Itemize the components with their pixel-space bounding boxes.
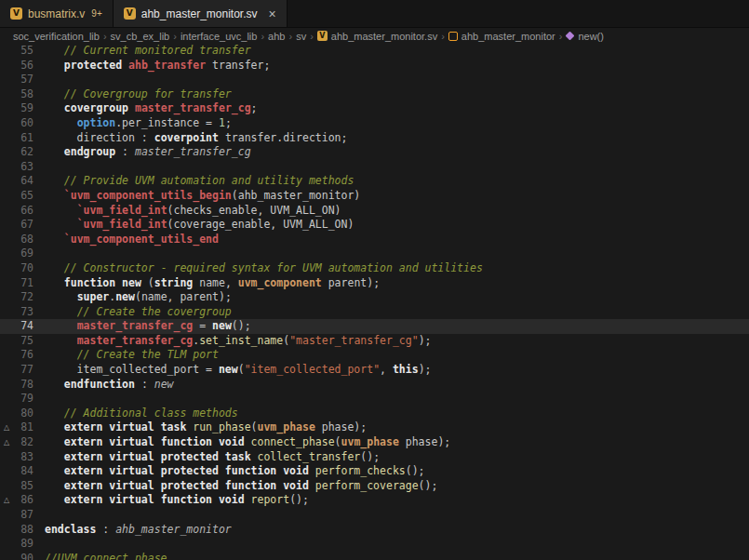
code-line-87[interactable]: 87 [0, 508, 749, 523]
glyph-margin[interactable] [0, 59, 13, 73]
glyph-margin[interactable] [0, 87, 13, 102]
line-number[interactable]: 69 [13, 247, 33, 261]
line-number[interactable]: 63 [13, 160, 33, 175]
code-line-90[interactable]: 90//UVM connect_phase [0, 552, 749, 560]
code-line-63[interactable]: 63 [0, 160, 749, 175]
glyph-margin[interactable] [0, 233, 13, 247]
line-number[interactable]: 90 [13, 552, 33, 560]
code-line-64[interactable]: 64 // Provide UVM automation and utility… [0, 174, 749, 189]
glyph-margin[interactable] [0, 363, 13, 378]
glyph-margin[interactable] [0, 204, 13, 219]
breadcrumb-item-sv[interactable]: sv [296, 31, 306, 42]
line-number[interactable]: 62 [13, 145, 33, 160]
glyph-margin[interactable] [0, 334, 13, 349]
code-line-71[interactable]: 71 function new (string name, uvm_compon… [0, 276, 749, 291]
glyph-margin[interactable] [0, 464, 13, 479]
line-number[interactable]: 74 [13, 319, 33, 334]
glyph-margin[interactable] [0, 290, 13, 305]
line-number[interactable]: 61 [13, 131, 33, 146]
code-line-56[interactable]: 56 protected ahb_transfer transfer; [0, 59, 749, 73]
breadcrumb-item-soc-verification-lib[interactable]: soc_verification_lib [13, 31, 100, 42]
code-line-82[interactable]: △82 extern virtual function void connect… [0, 435, 749, 450]
breadcrumb-item-file[interactable]: V ahb_master_monitor.sv [317, 31, 437, 42]
line-number[interactable]: 76 [13, 348, 33, 363]
line-number[interactable]: 66 [13, 204, 33, 219]
code-line-83[interactable]: 83 extern virtual protected task collect… [0, 450, 749, 465]
code-line-73[interactable]: 73 // Create the covergroup [0, 305, 749, 320]
glyph-margin[interactable] [0, 44, 13, 59]
glyph-margin[interactable] [0, 73, 13, 87]
glyph-margin[interactable] [0, 508, 13, 523]
breadcrumb-item-ahb[interactable]: ahb [268, 31, 285, 42]
glyph-margin[interactable] [0, 552, 13, 560]
breadcrumb-item-method[interactable]: new() [566, 31, 604, 42]
glyph-margin[interactable] [0, 145, 13, 160]
line-number[interactable]: 60 [13, 116, 33, 131]
code-line-62[interactable]: 62 endgroup : master_transfer_cg [0, 145, 749, 160]
code-line-86[interactable]: △86 extern virtual function void report(… [0, 493, 749, 508]
breadcrumb-item-sv-cb-ex-lib[interactable]: sv_cb_ex_lib [111, 31, 170, 42]
code-line-85[interactable]: 85 extern virtual protected function voi… [0, 479, 749, 494]
code-line-67[interactable]: 67 `uvm_field_int(coverage_enable, UVM_A… [0, 218, 749, 233]
line-number[interactable]: 88 [13, 523, 33, 538]
line-number[interactable]: 86 [13, 493, 33, 508]
line-number[interactable]: 82 [13, 435, 33, 450]
line-number[interactable]: 89 [13, 537, 33, 552]
line-number[interactable]: 59 [13, 101, 33, 116]
line-number[interactable]: 68 [13, 233, 33, 247]
tab-ahb-master-monitor[interactable]: V ahb_master_monitor.sv × [114, 0, 288, 27]
glyph-margin[interactable] [0, 116, 13, 131]
close-icon[interactable]: × [269, 7, 276, 20]
glyph-margin[interactable] [0, 378, 13, 393]
glyph-margin[interactable] [0, 131, 13, 146]
glyph-margin[interactable] [0, 160, 13, 175]
code-line-78[interactable]: 78 endfunction : new [0, 378, 749, 393]
code-line-81[interactable]: △81 extern virtual task run_phase(uvm_ph… [0, 420, 749, 435]
code-line-68[interactable]: 68 `uvm_component_utils_end [0, 233, 749, 247]
code-line-55[interactable]: 55 // Current monitored transfer [0, 44, 749, 59]
breadcrumb-item-class[interactable]: ahb_master_monitor [448, 31, 555, 42]
glyph-margin[interactable] [0, 305, 13, 320]
line-number[interactable]: 81 [13, 420, 33, 435]
glyph-margin[interactable] [0, 523, 13, 538]
extern-marker-icon[interactable]: △ [0, 420, 13, 435]
code-line-76[interactable]: 76 // Create the TLM port [0, 348, 749, 363]
line-number[interactable]: 75 [13, 334, 33, 349]
line-number[interactable]: 71 [13, 276, 33, 291]
line-number[interactable]: 64 [13, 174, 33, 189]
code-line-77[interactable]: 77 item_collected_port = new("item_colle… [0, 363, 749, 378]
glyph-margin[interactable] [0, 450, 13, 465]
code-line-57[interactable]: 57 [0, 73, 749, 87]
code-line-84[interactable]: 84 extern virtual protected function voi… [0, 464, 749, 479]
code-line-89[interactable]: 89 [0, 537, 749, 552]
extern-marker-icon[interactable]: △ [0, 493, 13, 508]
line-number[interactable]: 67 [13, 218, 33, 233]
extern-marker-icon[interactable]: △ [0, 435, 13, 450]
code-line-60[interactable]: 60 option.per_instance = 1; [0, 116, 749, 131]
glyph-margin[interactable] [0, 101, 13, 116]
line-number[interactable]: 57 [13, 73, 33, 87]
line-number[interactable]: 56 [13, 59, 33, 73]
code-line-66[interactable]: 66 `uvm_field_int(checks_enable, UVM_ALL… [0, 204, 749, 219]
glyph-margin[interactable] [0, 537, 13, 552]
glyph-margin[interactable] [0, 407, 13, 421]
line-number[interactable]: 70 [13, 261, 33, 276]
line-number[interactable]: 80 [13, 407, 33, 421]
code-line-72[interactable]: 72 super.new(name, parent); [0, 290, 749, 305]
glyph-margin[interactable] [0, 392, 13, 407]
line-number[interactable]: 83 [13, 450, 33, 465]
glyph-margin[interactable] [0, 479, 13, 494]
code-line-70[interactable]: 70 // Constructor - required syntax for … [0, 261, 749, 276]
code-line-65[interactable]: 65 `uvm_component_utils_begin(ahb_master… [0, 189, 749, 204]
line-number[interactable]: 77 [13, 363, 33, 378]
tab-busmatrix[interactable]: V busmatrix.v 9+ [0, 0, 114, 27]
code-line-75[interactable]: 75 master_transfer_cg.set_inst_name("mas… [0, 334, 749, 349]
code-line-61[interactable]: 61 direction : coverpoint transfer.direc… [0, 131, 749, 146]
line-number[interactable]: 73 [13, 305, 33, 320]
line-number[interactable]: 55 [13, 44, 33, 59]
breadcrumb-item-interface-uvc-lib[interactable]: interface_uvc_lib [181, 31, 258, 42]
glyph-margin[interactable] [0, 261, 13, 276]
code-line-58[interactable]: 58 // Covergroup for transfer [0, 87, 749, 102]
code-line-69[interactable]: 69 [0, 247, 749, 261]
glyph-margin[interactable] [0, 218, 13, 233]
